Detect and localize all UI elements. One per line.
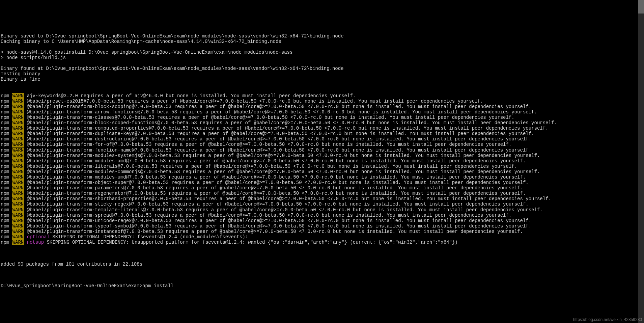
output-line: added 90 packages from 101 contributors …	[1, 262, 637, 267]
npm-label: npm	[1, 147, 9, 153]
npm-warn-line: npm WARN @babel/plugin-transform-classes…	[1, 115, 637, 120]
npm-warn-line: npm WARN @babel/plugin-transform-modules…	[1, 174, 637, 180]
warn-badge: WARN	[12, 99, 24, 104]
warn-message: @babel/plugin-transform-arrow-functions@…	[27, 109, 537, 115]
output-line: Testing binary	[1, 71, 637, 77]
vertical-scrollbar[interactable]	[638, 0, 644, 323]
warn-message: @babel/plugin-transform-function-name@7.…	[27, 147, 531, 153]
warn-message: @babel/plugin-transform-object-super@7.0…	[27, 180, 529, 185]
warn-message: @babel/plugin-transform-classes@7.0.0-be…	[27, 115, 514, 120]
npm-warn-line: npm WARN @babel/plugin-transform-modules…	[1, 169, 637, 174]
warn-message: SKIPPING OPTIONAL DEPENDENCY: fsevents@1…	[52, 234, 248, 240]
npm-warn-line: npm WARN @babel/plugin-transform-regener…	[1, 191, 637, 196]
warn-badge: WARN	[12, 201, 24, 207]
warn-badge: WARN	[12, 115, 24, 120]
npm-label: npm	[1, 164, 9, 169]
npm-warn-line: npm WARN @babel/plugin-transform-object-…	[1, 180, 637, 185]
npm-label: npm	[1, 185, 9, 191]
warn-message: @babel/plugin-transform-modules-commonjs…	[27, 169, 540, 174]
warn-message: @babel/plugin-transform-unicode-regex@7.…	[27, 218, 531, 223]
npm-warn-line: npm WARN @babel/plugin-transform-templat…	[1, 207, 637, 213]
warn-badge: WARN	[12, 191, 24, 196]
output-line: Binary saved to D:\0vue_springboot\Sprin…	[1, 33, 637, 39]
npm-warn-line: npm WARN @babel/plugin-transform-modules…	[1, 158, 637, 164]
warn-badge: WARN	[12, 158, 24, 164]
npm-warn-line: npm WARN @babel/plugin-transform-typeof-…	[1, 223, 637, 229]
warn-message: @babel/preset-es2015@7.0.0-beta.53 requi…	[27, 99, 483, 104]
npm-label: npm	[1, 99, 9, 104]
npm-warn-line: npm WARN @babel/plugin-transform-block-s…	[1, 120, 637, 126]
npm-label: npm	[1, 120, 9, 126]
warn-message: @babel/plugin-transform-regenerator@7.0.…	[27, 191, 526, 196]
warn-badge: WARN	[12, 109, 24, 115]
output-line	[1, 267, 637, 272]
warn-badge: WARN	[12, 120, 24, 126]
npm-label: npm	[1, 174, 9, 180]
npm-warn-line: npm WARN @babel/preset-es2015@7.0.0-beta…	[1, 99, 637, 104]
npm-warn-line: npm WARN @babel/plugin-transform-sticky-…	[1, 201, 637, 207]
warn-badge: WARN	[12, 174, 24, 180]
warn-message: @babel/plugin-transform-parameters@7.0.0…	[27, 185, 523, 191]
output-line	[1, 44, 637, 50]
warn-message: @babel/plugin-transform-modules-umd@7.0.…	[27, 174, 526, 180]
npm-warn-line: npm WARN @babel/plugin-transform-arrow-f…	[1, 109, 637, 115]
output-line	[1, 60, 637, 66]
npm-warn-line: npm WARN @babel/plugin-transform-for-of@…	[1, 142, 637, 147]
npm-warn-line: npm WARN @babel/plugin-transform-functio…	[1, 147, 637, 153]
output-line: Binary is fine	[1, 77, 637, 82]
warn-badge: WARN	[12, 213, 24, 218]
warn-message: @babel/plugin-transform-template-literal…	[27, 207, 543, 213]
warn-tag-optional: optional	[27, 234, 50, 240]
npm-label: npm	[1, 153, 9, 158]
npm-label: npm	[1, 207, 9, 213]
npm-warn-line: npm WARN optional SKIPPING OPTIONAL DEPE…	[1, 234, 637, 240]
warn-badge: WARN	[12, 223, 24, 229]
npm-warn-line: npm WARN @babel/plugin-transform-literal…	[1, 164, 637, 169]
npm-label: npm	[1, 223, 9, 229]
output-header: Binary saved to D:\0vue_springboot\Sprin…	[1, 33, 637, 82]
npm-label: npm	[1, 169, 9, 174]
warn-badge: WARN	[12, 104, 24, 109]
npm-label: npm	[1, 115, 9, 120]
npm-warn-line: npm WARN @babel/plugin-transform-block-s…	[1, 104, 637, 109]
npm-label: npm	[1, 126, 9, 131]
warn-badge: WARN	[12, 147, 24, 153]
warn-message: @babel/plugin-transform-for-of@7.0.0-bet…	[27, 142, 512, 147]
warn-badge: WARN	[12, 185, 24, 191]
warn-badge: WARN	[12, 93, 24, 99]
warn-message: @babel/plugin-transform-spread@7.0.0-bet…	[27, 213, 512, 218]
terminal-output[interactable]: Binary saved to D:\0vue_springboot\Sprin…	[1, 22, 643, 294]
warn-badge: WARN	[12, 196, 24, 201]
warn-badge: WARN	[12, 218, 24, 223]
npm-warn-line: npm WARN @babel/plugin-transform-compute…	[1, 126, 637, 131]
warn-badge: WARN	[12, 164, 24, 169]
warn-badge: WARN	[12, 229, 24, 234]
npm-label: npm	[1, 93, 9, 99]
warn-message: @babel/plugin-transform-instanceof@7.0.0…	[27, 229, 523, 234]
npm-label: npm	[1, 196, 9, 201]
warn-message: @babel/plugin-transform-block-scoped-fun…	[27, 120, 557, 126]
warn-badge: WARN	[12, 234, 24, 240]
watermark-text: https://blog.csdn.net/weixin_42859280	[573, 318, 642, 322]
npm-label: npm	[1, 234, 9, 240]
npm-label: npm	[1, 213, 9, 218]
warn-message: @babel/plugin-transform-sticky-regex@7.0…	[27, 201, 529, 207]
npm-warn-line: npm WARN @babel/plugin-transform-destruc…	[1, 136, 637, 142]
npm-label: npm	[1, 109, 9, 115]
warn-message: @babel/plugin-transform-modules-amd@7.0.…	[27, 158, 526, 164]
warn-message: SKIPPING OPTIONAL DEPENDENCY: Unsupporte…	[47, 240, 457, 245]
npm-warn-line: npm WARN @babel/plugin-transform-duplica…	[1, 131, 637, 136]
warn-badge: WARN	[12, 136, 24, 142]
npm-label: npm	[1, 240, 9, 245]
npm-label: npm	[1, 158, 9, 164]
npm-warn-line: npm WARN notsup SKIPPING OPTIONAL DEPEND…	[1, 240, 637, 245]
npm-warn-line: npm WARN @babel/plugin-transform-shortha…	[1, 196, 637, 201]
warn-badge: WARN	[12, 153, 24, 158]
npm-label: npm	[1, 104, 9, 109]
prompt-line[interactable]: D:\0vue_springboot\SpringBoot-Vue-Online…	[1, 283, 637, 289]
npm-label: npm	[1, 131, 9, 136]
scrollbar-thumb[interactable]	[638, 0, 644, 14]
warn-message: @babel/plugin-transform-shorthand-proper…	[27, 196, 551, 201]
output-line	[1, 256, 637, 261]
warn-badge: WARN	[12, 131, 24, 136]
